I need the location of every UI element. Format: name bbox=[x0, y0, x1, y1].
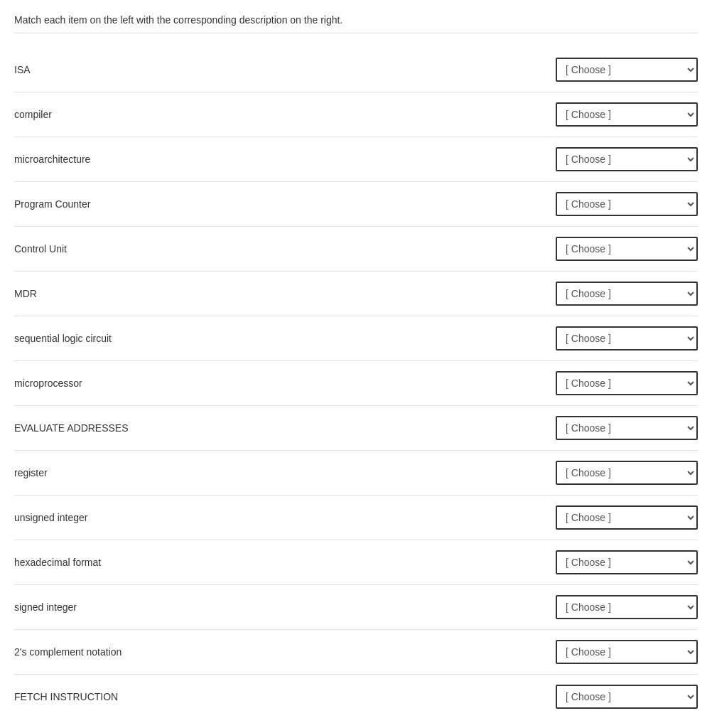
match-label-signed-integer: signed integer bbox=[14, 601, 556, 613]
select-hexadecimal-format[interactable]: [ Choose ] bbox=[556, 550, 698, 574]
match-label-sequential-logic-circuit: sequential logic circuit bbox=[14, 333, 556, 344]
select-sequential-logic-circuit[interactable]: [ Choose ] bbox=[556, 326, 698, 350]
match-row: MDR[ Choose ] bbox=[14, 272, 698, 316]
match-label-control-unit: Control Unit bbox=[14, 243, 556, 255]
match-label-compiler: compiler bbox=[14, 109, 556, 120]
select-compiler[interactable]: [ Choose ] bbox=[556, 102, 698, 127]
select-wrapper-sequential-logic-circuit: [ Choose ] bbox=[556, 326, 698, 350]
match-label-hexadecimal-format: hexadecimal format bbox=[14, 557, 556, 568]
match-row: unsigned integer[ Choose ] bbox=[14, 496, 698, 540]
match-row: microprocessor[ Choose ] bbox=[14, 361, 698, 406]
match-row: sequential logic circuit[ Choose ] bbox=[14, 316, 698, 361]
match-row: Control Unit[ Choose ] bbox=[14, 227, 698, 272]
select-microarchitecture[interactable]: [ Choose ] bbox=[556, 147, 698, 171]
select-isa[interactable]: [ Choose ] bbox=[556, 58, 698, 82]
select-wrapper-control-unit: [ Choose ] bbox=[556, 237, 698, 261]
select-wrapper-signed-integer: [ Choose ] bbox=[556, 595, 698, 619]
select-wrapper-twos-complement: [ Choose ] bbox=[556, 640, 698, 664]
select-wrapper-compiler: [ Choose ] bbox=[556, 102, 698, 127]
select-wrapper-microarchitecture: [ Choose ] bbox=[556, 147, 698, 171]
select-wrapper-evaluate-addresses: [ Choose ] bbox=[556, 416, 698, 440]
match-row: EVALUATE ADDRESSES[ Choose ] bbox=[14, 406, 698, 451]
select-wrapper-unsigned-integer: [ Choose ] bbox=[556, 505, 698, 530]
match-row: FETCH INSTRUCTION[ Choose ] bbox=[14, 675, 698, 719]
select-microprocessor[interactable]: [ Choose ] bbox=[556, 371, 698, 395]
select-register[interactable]: [ Choose ] bbox=[556, 461, 698, 485]
match-row: signed integer[ Choose ] bbox=[14, 585, 698, 630]
match-row: Program Counter[ Choose ] bbox=[14, 182, 698, 227]
match-label-microprocessor: microprocessor bbox=[14, 378, 556, 389]
select-wrapper-program-counter: [ Choose ] bbox=[556, 192, 698, 216]
match-label-microarchitecture: microarchitecture bbox=[14, 154, 556, 165]
select-wrapper-mdr: [ Choose ] bbox=[556, 282, 698, 306]
select-fetch-instruction[interactable]: [ Choose ] bbox=[556, 685, 698, 709]
match-row: microarchitecture[ Choose ] bbox=[14, 137, 698, 182]
match-label-isa: ISA bbox=[14, 64, 556, 75]
match-row: register[ Choose ] bbox=[14, 451, 698, 496]
select-twos-complement[interactable]: [ Choose ] bbox=[556, 640, 698, 664]
match-label-evaluate-addresses: EVALUATE ADDRESSES bbox=[14, 422, 556, 434]
match-label-mdr: MDR bbox=[14, 288, 556, 299]
match-row: compiler[ Choose ] bbox=[14, 92, 698, 137]
select-signed-integer[interactable]: [ Choose ] bbox=[556, 595, 698, 619]
select-control-unit[interactable]: [ Choose ] bbox=[556, 237, 698, 261]
match-row: hexadecimal format[ Choose ] bbox=[14, 540, 698, 585]
select-evaluate-addresses[interactable]: [ Choose ] bbox=[556, 416, 698, 440]
select-wrapper-hexadecimal-format: [ Choose ] bbox=[556, 550, 698, 574]
instructions-text: Match each item on the left with the cor… bbox=[14, 14, 698, 33]
select-unsigned-integer[interactable]: [ Choose ] bbox=[556, 505, 698, 530]
select-wrapper-register: [ Choose ] bbox=[556, 461, 698, 485]
select-mdr[interactable]: [ Choose ] bbox=[556, 282, 698, 306]
select-wrapper-isa: [ Choose ] bbox=[556, 58, 698, 82]
match-label-unsigned-integer: unsigned integer bbox=[14, 512, 556, 523]
match-label-program-counter: Program Counter bbox=[14, 198, 556, 210]
match-row: ISA[ Choose ] bbox=[14, 48, 698, 92]
select-wrapper-fetch-instruction: [ Choose ] bbox=[556, 685, 698, 709]
match-label-fetch-instruction: FETCH INSTRUCTION bbox=[14, 691, 556, 702]
match-label-register: register bbox=[14, 467, 556, 478]
select-wrapper-microprocessor: [ Choose ] bbox=[556, 371, 698, 395]
match-list: ISA[ Choose ]compiler[ Choose ]microarch… bbox=[14, 48, 698, 719]
select-program-counter[interactable]: [ Choose ] bbox=[556, 192, 698, 216]
match-row: 2's complement notation[ Choose ] bbox=[14, 630, 698, 675]
match-label-twos-complement: 2's complement notation bbox=[14, 646, 556, 658]
